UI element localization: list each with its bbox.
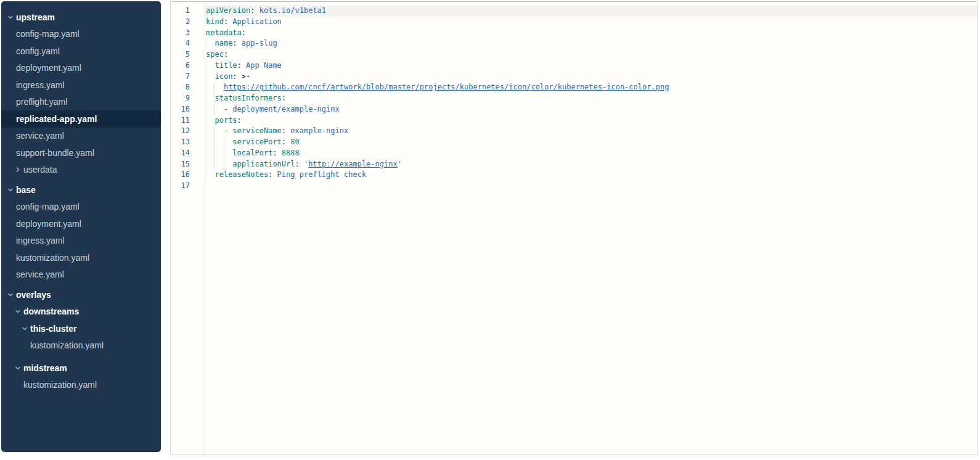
line-number: 10 [171,104,205,115]
yaml-key: applicationUrl [232,160,295,168]
code-area[interactable]: 1apiVersion: kots.io/v1beta12kind: Appli… [171,6,978,192]
chevron-down-icon [15,365,23,371]
sidebar-file-deployment-yaml[interactable]: deployment.yaml [1,60,161,77]
code-line-text[interactable]: servicePort: 80 [205,137,978,148]
yaml-number: 8888 [282,149,300,157]
code-line-text[interactable] [205,181,978,192]
code-line[interactable]: 13 servicePort: 80 [171,137,978,148]
line-number: 1 [171,6,205,17]
yaml-value: - deployment/example-nginx [224,105,340,113]
sidebar-file-preflight-yaml[interactable]: preflight.yaml [1,94,161,111]
sidebar-folder-base[interactable]: base [1,181,161,199]
line-number: 5 [171,49,205,60]
sidebar-file-replicated-app-yaml[interactable]: replicated-app.yaml [1,110,161,128]
indent-guide [206,82,206,93]
sidebar-file-deployment-yaml[interactable]: deployment.yaml [1,215,161,232]
code-line-text[interactable]: ports: [205,115,978,126]
code-line-text[interactable]: - serviceName: example-nginx [205,126,978,137]
code-line[interactable]: 14 localPort: 8888 [171,148,978,159]
code-line[interactable]: 2kind: Application [171,17,978,28]
file-viewer-app: upstreamconfig-map.yamlconfig.yamldeploy… [0,0,980,460]
code-token: : [237,116,242,125]
code-token: : [282,138,290,146]
sidebar-folder-downstreams[interactable]: downstreams [1,303,161,321]
tree-folder-label: midstream [23,363,67,373]
code-line-text[interactable]: apiVersion: kots.io/v1beta1 [205,6,978,17]
code-line[interactable]: 15 applicationUrl: 'http://example-nginx… [171,159,978,170]
tree-file-label: support-bundle.yaml [16,148,94,158]
code-line[interactable]: 7 icon: >- [171,72,978,83]
code-line[interactable]: 17 [171,181,978,192]
line-number: 9 [171,93,205,104]
sidebar-folder-userdata[interactable]: userdata [1,162,161,179]
code-line-text[interactable]: - deployment/example-nginx [205,104,978,115]
code-line-text[interactable]: name: app-slug [205,38,978,49]
code-line[interactable]: 3metadata: [171,28,978,39]
yaml-value: - [224,126,232,135]
sidebar-file-config-map-yaml[interactable]: config-map.yaml [1,26,161,43]
code-line[interactable]: 12 - serviceName: example-nginx [171,126,978,137]
code-line-text[interactable]: kind: Application [205,17,978,28]
code-line-text[interactable]: localPort: 8888 [205,148,978,159]
sidebar-file-ingress-yaml[interactable]: ingress.yaml [1,76,161,94]
sidebar-file-support-bundle-yaml[interactable]: support-bundle.yaml [1,144,161,162]
yaml-value: Application [232,17,281,26]
sidebar-file-kustomization-yaml[interactable]: kustomization.yaml [1,249,161,266]
sidebar-file-service-yaml[interactable]: service.yaml [1,266,161,284]
code-line[interactable]: 11 ports: [171,115,978,126]
chevron-right-icon [15,166,23,173]
code-link[interactable]: https://github.com/cncf/artwork/blob/mas… [224,83,669,91]
code-line[interactable]: 10 - deployment/example-nginx [171,104,978,115]
line-number: 7 [171,72,205,83]
sidebar-file-config-yaml[interactable]: config.yaml [1,43,161,60]
sidebar-folder-midstream[interactable]: midstream [1,359,161,377]
sidebar-folder-overlays[interactable]: overlays [1,286,161,303]
chevron-down-icon [7,14,16,20]
code-line[interactable]: 5spec: [171,49,978,60]
code-line[interactable]: 6 title: App Name [171,60,978,72]
indent-guide [206,104,206,115]
code-line[interactable]: 8 https://github.com/cncf/artwork/blob/m… [171,82,978,93]
code-line-text[interactable]: spec: [205,49,978,60]
tree-folder-label: upstream [16,12,55,22]
code-line-text[interactable]: applicationUrl: 'http://example-nginx' [205,159,978,170]
code-token [206,138,232,146]
indent-guide [224,137,224,148]
sidebar-file-ingress-yaml[interactable]: ingress.yaml [1,232,161,250]
code-line[interactable]: 1apiVersion: kots.io/v1beta1 [171,6,978,17]
code-line-text[interactable]: https://github.com/cncf/artwork/blob/mas… [205,82,978,93]
sidebar-folder-upstream[interactable]: upstream [1,9,161,26]
code-line[interactable]: 4 name: app-slug [171,38,978,49]
tree-file-label: deployment.yaml [16,63,81,73]
code-token: : [282,94,286,102]
sidebar-file-kustomization-yaml[interactable]: kustomization.yaml [1,337,161,355]
yaml-key: kind [206,17,224,26]
tree-file-label: replicated-app.yaml [16,114,97,124]
code-line[interactable]: 9 statusInformers: [171,93,978,104]
line-number: 4 [171,38,205,49]
tree-file-label: ingress.yaml [16,236,65,245]
sidebar-file-config-map-yaml[interactable]: config-map.yaml [1,199,161,216]
yaml-editor-panel[interactable]: 1apiVersion: kots.io/v1beta12kind: Appli… [170,1,978,455]
code-token: : [268,170,277,179]
sidebar-folder-this-cluster[interactable]: this-cluster [1,320,161,337]
code-line-text[interactable]: icon: >- [205,72,978,83]
code-token [206,160,232,168]
code-link[interactable]: http://example-nginx [308,160,398,168]
tree-file-label: service.yaml [16,269,64,279]
code-token [206,149,232,157]
code-token: : [237,61,246,70]
code-token: : [232,39,241,47]
line-number: 12 [171,126,205,137]
yaml-key: title [214,61,237,70]
indent-guide [206,159,206,170]
yaml-key: releaseNotes [214,170,268,179]
code-line-text[interactable]: releaseNotes: Ping preflight check [205,170,978,181]
code-line[interactable]: 16 releaseNotes: Ping preflight check [171,170,978,181]
code-line-text[interactable]: statusInformers: [205,93,978,104]
sidebar-file-kustomization-yaml[interactable]: kustomization.yaml [1,377,161,394]
code-line-text[interactable]: metadata: [205,28,978,39]
sidebar-file-service-yaml[interactable]: service.yaml [1,128,161,145]
code-line-text[interactable]: title: App Name [205,60,978,72]
yaml-key: apiVersion [206,6,250,15]
